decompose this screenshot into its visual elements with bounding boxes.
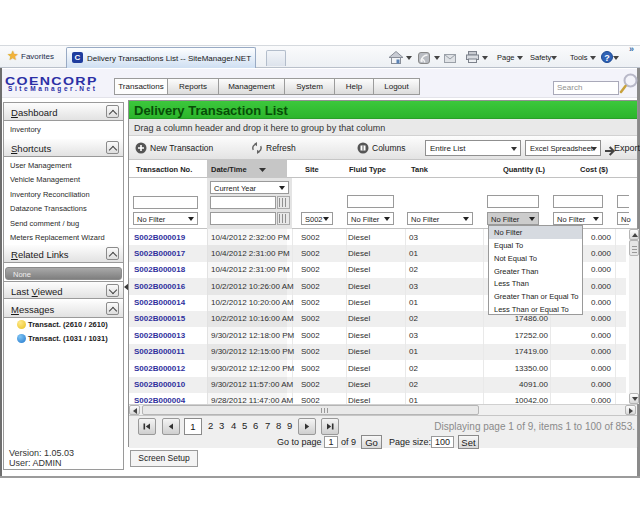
- svg-text:?: ?: [604, 53, 610, 63]
